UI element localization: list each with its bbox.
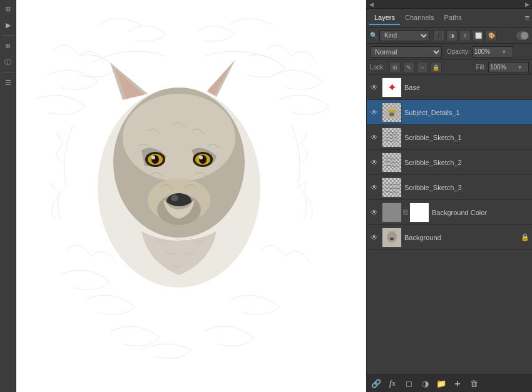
svg-point-23 (387, 231, 397, 243)
layer-visibility-scribble2[interactable]: 👁 (369, 158, 379, 168)
tools-icon[interactable]: ⊞ (2, 3, 14, 15)
tab-paths[interactable]: Paths (439, 11, 467, 25)
filter-toggle[interactable] (516, 31, 529, 40)
link-button[interactable]: 🔗 (369, 377, 383, 391)
layer-name-subject: Subject_Details_1 (404, 109, 529, 116)
svg-point-26 (390, 238, 394, 240)
layers-panel: ◀ ▶ Layers Channels Paths ≡ 🔍 Kind ⬛ ◑ T… (366, 0, 532, 392)
layer-row[interactable]: 👁 Subject_Details_1 (367, 100, 532, 125)
layer-thumb-bgcolor-main (382, 203, 402, 223)
layer-name-scribble3: Scribble_Sketch_3 (404, 184, 529, 191)
play-icon[interactable]: ▶ (2, 19, 14, 31)
layer-name-scribble1: Scribble_Sketch_1 (404, 134, 529, 141)
svg-point-24 (389, 234, 392, 236)
layer-visibility-base[interactable]: 👁 (369, 83, 379, 93)
opacity-arrow[interactable]: ▼ (501, 49, 507, 55)
scribble1-thumbnail (382, 128, 401, 147)
info-icon[interactable]: ⓘ (2, 56, 14, 68)
filter-icon[interactable]: ⊕ (2, 39, 14, 52)
wolf-illustration (16, 0, 342, 381)
subject-thumbnail (382, 103, 401, 122)
filter-adjust-icon[interactable]: ◑ (446, 30, 458, 41)
layer-thumb-base: ✦ (382, 78, 402, 98)
svg-rect-21 (410, 203, 429, 222)
filter-row: 🔍 Kind ⬛ ◑ T ⬜ 🎨 (367, 28, 532, 44)
svg-point-15 (199, 156, 203, 159)
layer-thumb-scribble3 (382, 178, 402, 198)
lock-icon: 🔒 (521, 233, 529, 241)
layer-thumb-bg (382, 228, 402, 248)
opacity-input[interactable] (473, 48, 501, 56)
svg-point-11 (151, 156, 155, 159)
layer-thumbs-bgcolor: ⛓ (382, 203, 429, 223)
scribble3-thumbnail (382, 178, 401, 197)
layer-visibility-bgcolor[interactable]: 👁 (369, 208, 379, 218)
search-icon: 🔍 (370, 32, 377, 39)
lock-label: Lock: (370, 64, 385, 71)
svg-point-7 (171, 195, 178, 201)
layer-visibility-subject[interactable]: 👁 (369, 108, 379, 118)
new-layer-button[interactable]: + (451, 377, 464, 391)
red-star-icon: ✦ (387, 82, 397, 93)
tab-channels[interactable]: Channels (400, 11, 439, 25)
mask-button[interactable]: ◻ (402, 377, 416, 391)
filter-toggle-dot (521, 32, 528, 39)
kind-select[interactable]: Kind (379, 30, 429, 41)
layer-row[interactable]: 👁 ⛓ Background Color (367, 200, 532, 225)
lock-row: Lock: ⊞ ✎ ↔ 🔒 Fill: ▼ (367, 60, 532, 75)
lock-image-btn[interactable]: ✎ (403, 62, 414, 73)
svg-point-18 (392, 109, 396, 113)
fill-input[interactable] (489, 63, 517, 71)
layer-visibility-scribble3[interactable]: 👁 (369, 183, 379, 193)
layers-icon[interactable]: ☰ (2, 76, 14, 89)
lock-position-btn[interactable]: ↔ (417, 62, 428, 73)
fill-arrow[interactable]: ▼ (517, 64, 523, 71)
filter-pixel-icon[interactable]: ⬛ (433, 30, 444, 41)
bgcolor-mask-thumbnail (410, 203, 429, 222)
fill-label: Fill: (476, 64, 486, 71)
layer-chain-icon: ⛓ (402, 203, 409, 223)
layer-thumb-scribble1 (382, 128, 402, 148)
panel-menu-icon[interactable]: ≡ (524, 13, 529, 23)
panel-tabs: Layers Channels Paths ≡ (367, 9, 532, 28)
tab-layers[interactable]: Layers (369, 11, 400, 25)
lock-transparent-btn[interactable]: ⊞ (389, 62, 401, 73)
blend-mode-select[interactable]: Normal Multiply Screen Overlay (370, 46, 442, 58)
left-toolbar: ⊞ ▶ ⊕ ⓘ ☰ (0, 0, 16, 392)
filter-icons: ⬛ ◑ T ⬜ 🎨 (433, 30, 497, 41)
panel-collapse-bar: ◀ ▶ (367, 0, 532, 9)
layers-list: 👁 ✦ Base 👁 Subject_Details_1 👁 (367, 75, 532, 374)
layer-row[interactable]: 👁 Scribble_Sketch_1 (367, 125, 532, 150)
lock-all-btn[interactable]: 🔒 (431, 62, 442, 73)
layer-row[interactable]: 👁 Background 🔒 (367, 225, 532, 250)
bg-thumbnail (382, 228, 401, 247)
filter-text-icon[interactable]: T (459, 30, 471, 41)
layer-thumb-bgcolor-mask (409, 203, 429, 223)
layer-name-scribble2: Scribble_Sketch_2 (404, 159, 529, 166)
svg-point-17 (388, 109, 392, 113)
filter-smart-icon[interactable]: 🎨 (486, 30, 497, 41)
layer-thumb-scribble2 (382, 153, 402, 173)
group-button[interactable]: 📁 (434, 377, 448, 391)
layer-row[interactable]: 👁 Scribble_Sketch_3 (367, 175, 532, 200)
layer-thumb-subject (382, 103, 402, 123)
effects-button[interactable]: fx (386, 377, 399, 391)
layer-row[interactable]: 👁 Scribble_Sketch_2 (367, 150, 532, 175)
svg-point-3 (123, 94, 235, 181)
filter-shape-icon[interactable]: ⬜ (473, 30, 484, 41)
svg-point-19 (389, 113, 394, 116)
svg-rect-20 (382, 203, 401, 222)
adjustment-button[interactable]: ◑ (418, 377, 432, 391)
layer-name-bg: Background (404, 234, 518, 241)
delete-layer-button[interactable]: 🗑 (467, 377, 481, 391)
layer-visibility-scribble1[interactable]: 👁 (369, 133, 379, 143)
layer-name-base: Base (404, 84, 529, 91)
layer-row[interactable]: 👁 ✦ Base (367, 75, 532, 100)
collapse-left-icon[interactable]: ◀ (369, 1, 374, 8)
svg-point-25 (392, 234, 394, 236)
panel-bottom-toolbar: 🔗 fx ◻ ◑ 📁 + 🗑 (367, 374, 532, 392)
scribble2-thumbnail (382, 153, 401, 172)
collapse-right-icon[interactable]: ▶ (525, 1, 529, 8)
layer-visibility-bg[interactable]: 👁 (369, 233, 379, 243)
bgcolor-thumbnail (382, 203, 401, 222)
